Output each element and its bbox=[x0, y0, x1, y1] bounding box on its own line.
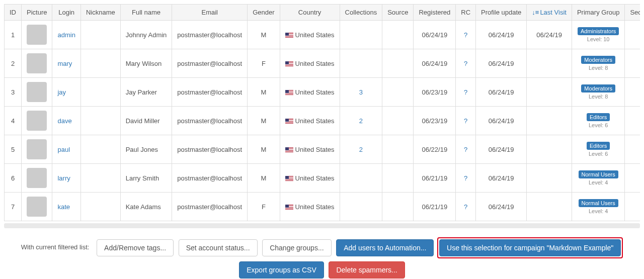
rc-link[interactable]: ? bbox=[464, 60, 467, 67]
collections-link[interactable]: 2 bbox=[359, 146, 363, 153]
group-badge[interactable]: Moderators bbox=[581, 56, 615, 64]
cell-email: postmaster@localhost bbox=[172, 164, 248, 193]
rc-link[interactable]: ? bbox=[464, 146, 467, 153]
cell-profile-update: 06/24/19 bbox=[476, 49, 527, 78]
cell-picture bbox=[22, 21, 52, 49]
login-link[interactable]: admin bbox=[57, 31, 75, 39]
col-picture[interactable]: Picture bbox=[22, 5, 52, 21]
cell-sec-groups bbox=[625, 21, 640, 49]
login-link[interactable]: jay bbox=[57, 88, 66, 96]
col-login[interactable]: Login bbox=[52, 5, 80, 21]
cell-last-visit: 06/24/19 bbox=[527, 21, 572, 49]
cell-gender: F bbox=[248, 193, 280, 221]
export-groups-csv-button[interactable]: Export groups as CSV bbox=[239, 261, 324, 278]
cell-rc: ? bbox=[456, 49, 476, 78]
cell-fullname: Johnny Admin bbox=[120, 21, 172, 49]
avatar[interactable] bbox=[27, 25, 47, 45]
cell-sec-groups bbox=[625, 193, 640, 221]
cell-fullname: Mary Wilson bbox=[120, 49, 172, 78]
cell-collections: 2 bbox=[340, 135, 382, 164]
col-sec-groups[interactable]: Sec. Groups bbox=[625, 5, 640, 21]
avatar[interactable] bbox=[27, 82, 47, 102]
avatar[interactable] bbox=[27, 197, 47, 217]
col-fullname[interactable]: Full name bbox=[120, 5, 172, 21]
avatar[interactable] bbox=[27, 139, 47, 159]
group-badge[interactable]: Editors bbox=[587, 113, 610, 121]
cell-gender: M bbox=[248, 21, 280, 49]
group-level: Level: 8 bbox=[577, 94, 620, 100]
col-rc[interactable]: RC bbox=[456, 5, 476, 21]
group-badge[interactable]: Moderators bbox=[581, 84, 615, 92]
cell-registered: 06/24/19 bbox=[414, 49, 456, 78]
group-badge[interactable]: Editors bbox=[587, 142, 610, 150]
cell-source bbox=[382, 78, 414, 107]
group-level: Level: 8 bbox=[577, 65, 620, 71]
login-link[interactable]: larry bbox=[57, 174, 70, 182]
cell-email: postmaster@localhost bbox=[172, 78, 248, 107]
users-table: ID Picture Login Nickname Full name Emai… bbox=[4, 4, 640, 221]
login-link[interactable]: mary bbox=[57, 60, 72, 67]
group-level: Level: 10 bbox=[577, 36, 620, 42]
login-link[interactable]: paul bbox=[57, 146, 70, 153]
cell-login: jay bbox=[52, 78, 80, 107]
horizontal-scrollbar[interactable] bbox=[4, 223, 640, 228]
cell-primary-group: AdministratorsLevel: 10 bbox=[572, 21, 625, 49]
cell-source bbox=[382, 164, 414, 193]
cell-fullname: David Miller bbox=[120, 107, 172, 135]
col-nickname[interactable]: Nickname bbox=[80, 5, 120, 21]
cell-fullname: Larry Smith bbox=[120, 164, 172, 193]
add-to-automation-button[interactable]: Add users to Automation... bbox=[336, 239, 434, 256]
group-level: Level: 6 bbox=[577, 151, 620, 157]
cell-registered: 06/21/19 bbox=[414, 164, 456, 193]
col-registered[interactable]: Registered bbox=[414, 5, 456, 21]
avatar[interactable] bbox=[27, 53, 47, 73]
collections-link[interactable]: 3 bbox=[359, 88, 363, 96]
col-email[interactable]: Email bbox=[172, 5, 248, 21]
flag-icon bbox=[285, 90, 293, 96]
cell-fullname: Jay Parker bbox=[120, 78, 172, 107]
rc-link[interactable]: ? bbox=[464, 88, 467, 96]
col-profile-update[interactable]: Profile update bbox=[476, 5, 527, 21]
col-last-visit[interactable]: ↓≡Last Visit bbox=[527, 5, 572, 21]
delete-spammers-button[interactable]: Delete spammers... bbox=[329, 261, 405, 278]
set-account-status-button[interactable]: Set account status... bbox=[179, 239, 258, 256]
cell-gender: M bbox=[248, 78, 280, 107]
col-collections[interactable]: Collections bbox=[340, 5, 382, 21]
login-link[interactable]: kate bbox=[57, 203, 70, 211]
group-badge[interactable]: Normal Users bbox=[579, 199, 618, 207]
cell-picture bbox=[22, 49, 52, 78]
cell-rc: ? bbox=[456, 21, 476, 49]
cell-primary-group: Normal UsersLevel: 4 bbox=[572, 193, 625, 221]
cell-gender: M bbox=[248, 135, 280, 164]
cell-gender: F bbox=[248, 49, 280, 78]
avatar[interactable] bbox=[27, 168, 47, 188]
rc-link[interactable]: ? bbox=[464, 117, 467, 125]
col-country[interactable]: Country bbox=[280, 5, 340, 21]
collections-link[interactable]: 2 bbox=[359, 117, 363, 125]
rc-link[interactable]: ? bbox=[464, 174, 467, 182]
rc-link[interactable]: ? bbox=[464, 203, 467, 211]
add-remove-tags-button[interactable]: Add/Remove tags... bbox=[97, 239, 174, 256]
avatar[interactable] bbox=[27, 111, 47, 131]
group-badge[interactable]: Administrators bbox=[578, 27, 619, 35]
table-row: 3jayJay Parkerpostmaster@localhostMUnite… bbox=[5, 78, 640, 107]
cell-profile-update: 06/24/19 bbox=[476, 78, 527, 107]
cell-collections: 2 bbox=[340, 107, 382, 135]
cell-login: kate bbox=[52, 193, 80, 221]
change-groups-button[interactable]: Change groups... bbox=[262, 239, 331, 256]
cell-login: mary bbox=[52, 49, 80, 78]
cell-collections bbox=[340, 21, 382, 49]
rc-link[interactable]: ? bbox=[464, 31, 467, 39]
flag-icon bbox=[285, 119, 293, 124]
cell-picture bbox=[22, 107, 52, 135]
col-gender[interactable]: Gender bbox=[248, 5, 280, 21]
col-primary-group[interactable]: Primary Group bbox=[572, 5, 625, 21]
login-link[interactable]: dave bbox=[57, 117, 71, 125]
group-badge[interactable]: Normal Users bbox=[579, 170, 618, 178]
use-for-campaign-button[interactable]: Use this selection for campaign "Markdow… bbox=[439, 239, 621, 256]
col-id[interactable]: ID bbox=[5, 5, 22, 21]
cell-picture bbox=[22, 193, 52, 221]
col-source[interactable]: Source bbox=[382, 5, 414, 21]
cell-nickname bbox=[80, 107, 120, 135]
table-scroll[interactable]: ID Picture Login Nickname Full name Emai… bbox=[4, 4, 640, 228]
